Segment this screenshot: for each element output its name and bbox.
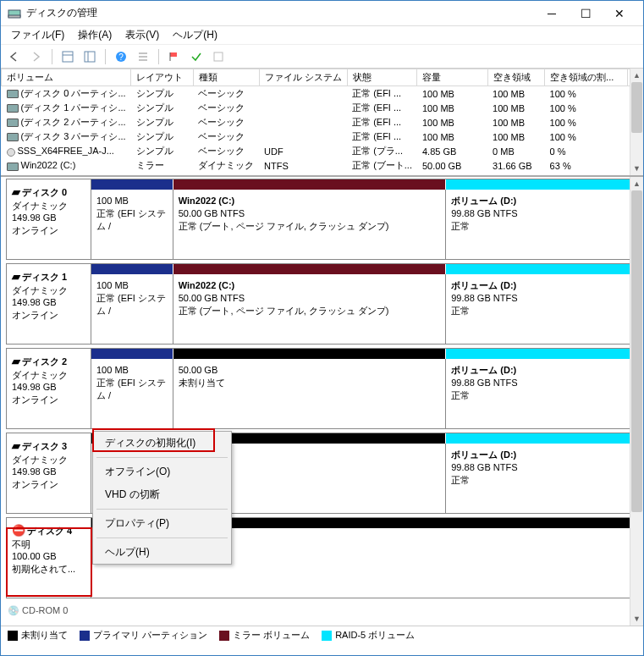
ctx-detach-vhd[interactable]: VHD の切断 [93,483,231,506]
partition-cell[interactable]: 100 MB正常 (EFI システム / [91,359,173,428]
volume-table: ボリュームレイアウト種類ファイル システム状態容量空き領域空き領域の割... (… [1,69,643,173]
maximize-button[interactable]: ☐ [569,2,603,25]
column-header[interactable]: 容量 [417,69,487,86]
partition-color-bar [446,349,637,359]
column-header[interactable]: ファイル システム [259,69,347,86]
partition-cell[interactable]: ボリューム (D:)99.88 GB NTFS正常 [446,274,637,344]
upper-scrollbar[interactable]: ▲ ▼ [630,69,643,175]
forward-button[interactable] [28,48,45,65]
cdrom-icon: 💿 [8,605,19,615]
disk-info[interactable]: ▰ディスク 0ダイナミック149.98 GBオンライン [7,179,91,259]
partition-color-bar [91,349,173,359]
partition-color-bar [446,433,637,444]
minimize-button[interactable]: ─ [535,2,569,25]
app-icon [8,7,21,20]
legend-item: ミラー ボリューム [219,629,310,642]
partition-cell[interactable]: 100 MB正常 (EFI システム / [91,274,173,344]
partition-color-bar [173,349,447,359]
disk-info[interactable]: ▰ディスク 2ダイナミック149.98 GBオンライン [7,349,91,428]
svg-rect-4 [85,52,95,62]
partition-color-bar [446,179,637,190]
disk-icon: ▰ [12,439,20,452]
disk-icon: ⛔ [12,524,25,537]
window-buttons: ─ ☐ ✕ [535,2,636,25]
disk-icon: ▰ [12,355,20,367]
legend: 未割り当てプライマリ パーティションミラー ボリュームRAID-5 ボリューム [1,626,643,644]
toolbar-view2[interactable] [81,48,98,65]
volume-icon [7,133,19,141]
ctx-offline[interactable]: オフライン(O) [93,460,231,483]
svg-rect-13 [214,52,223,61]
volume-icon [7,90,19,98]
partition-cell[interactable]: Win2022 (C:)50.00 GB NTFS正常 (ブート, ページ ファ… [173,190,447,259]
column-header[interactable]: 種類 [193,69,259,86]
menu-file[interactable]: ファイル(F) [6,26,69,44]
disk-row: ▰ディスク 2ダイナミック149.98 GBオンライン100 MB正常 (EFI… [6,348,638,429]
cdrom-icon [7,148,15,157]
window-title: ディスクの管理 [26,6,535,20]
partition-color-bar [91,179,173,190]
partition-color-bar [91,264,173,274]
column-header[interactable]: 状態 [347,69,417,86]
disk-info[interactable]: ▰ディスク 1ダイナミック149.98 GBオンライン [7,264,91,344]
volume-row[interactable]: (ディスク 0 パーティシ...シンプルベーシック正常 (EFI ...100 … [2,86,643,102]
partition-cell[interactable]: Win2022 (C:)50.00 GB NTFS正常 (ブート, ページ ファ… [173,274,447,344]
volume-icon [7,119,19,127]
ctx-initialize-disk[interactable]: ディスクの初期化(I) [93,432,231,455]
disk-icon: ▰ [12,185,20,198]
toolbar-check[interactable] [188,48,205,65]
volume-icon [7,104,19,113]
ctx-properties[interactable]: プロパティ(P) [93,512,231,535]
cdrom-label: CD-ROM 0 [22,605,68,615]
legend-item: プライマリ パーティション [80,629,207,642]
help-icon[interactable]: ? [113,48,129,65]
toolbar-view1[interactable] [59,48,76,65]
column-header[interactable]: 空き領域 [487,69,544,86]
volume-row[interactable]: SSS_X64FREE_JA-J...シンプルベーシックUDF正常 (プラ...… [2,144,643,158]
close-button[interactable]: ✕ [603,2,636,25]
column-header[interactable]: 空き領域の割... [545,69,627,86]
lower-scrollbar[interactable]: ▲ ▼ [630,177,643,626]
menubar: ファイル(F) 操作(A) 表示(V) ヘルプ(H) [1,26,643,45]
disk-icon: ▰ [12,270,20,283]
legend-item: 未割り当て [8,629,68,642]
partition-cell[interactable]: ボリューム (D:)99.88 GB NTFS正常 [446,444,637,513]
context-menu: ディスクの初期化(I) オフライン(O) VHD の切断 プロパティ(P) ヘル… [92,431,232,565]
partition-color-bar [173,264,447,274]
volume-row[interactable]: Win2022 (C:)ミラーダイナミックNTFS正常 (ブート...50.00… [2,158,643,173]
volume-list-pane: ボリュームレイアウト種類ファイル システム状態容量空き領域空き領域の割... (… [1,69,643,177]
column-header[interactable]: ボリューム [2,69,131,86]
back-button[interactable] [6,48,23,65]
toolbar-flag[interactable] [166,48,183,65]
partition-cell[interactable]: ボリューム (D:)99.88 GB NTFS正常 [446,190,637,259]
disk-info[interactable]: ⛔ディスク 4不明100.00 GB初期化されて... [7,518,91,598]
svg-rect-2 [63,52,73,62]
partition-cell[interactable]: 50.00 GB未割り当て [173,359,447,428]
partition-color-bar [446,264,637,274]
volume-row[interactable]: (ディスク 3 パーティシ...シンプルベーシック正常 (EFI ...100 … [2,130,643,144]
volume-row[interactable]: (ディスク 2 パーティシ...シンプルベーシック正常 (EFI ...100 … [2,115,643,130]
volume-row[interactable]: (ディスク 1 パーティシ...シンプルベーシック正常 (EFI ...100 … [2,101,643,115]
svg-rect-1 [8,15,20,18]
legend-item: RAID-5 ボリューム [322,629,415,642]
disk-row: ▰ディスク 1ダイナミック149.98 GBオンライン100 MB正常 (EFI… [6,263,638,345]
titlebar: ディスクの管理 ─ ☐ ✕ [1,1,643,26]
menu-view[interactable]: 表示(V) [120,26,164,44]
menu-action[interactable]: 操作(A) [73,26,117,44]
toolbar: ? [1,45,643,69]
column-header[interactable]: レイアウト [131,69,193,86]
disk-row: ▰ディスク 0ダイナミック149.98 GBオンライン100 MB正常 (EFI… [6,179,638,260]
volume-icon [7,163,19,171]
partition-cell[interactable]: 100 MB正常 (EFI システム / [91,190,173,259]
partition-color-bar [173,179,447,190]
toolbar-settings[interactable] [210,48,227,65]
svg-text:?: ? [118,52,124,62]
toolbar-list[interactable] [135,48,151,65]
ctx-help[interactable]: ヘルプ(H) [93,541,231,564]
disk-map-pane: ▰ディスク 0ダイナミック149.98 GBオンライン100 MB正常 (EFI… [1,177,643,626]
svg-rect-11 [170,52,177,57]
menu-help[interactable]: ヘルプ(H) [168,26,223,44]
partition-cell[interactable]: ボリューム (D:)99.88 GB NTFS正常 [446,359,637,428]
disk-info[interactable]: ▰ディスク 3ダイナミック149.98 GBオンライン [7,433,91,513]
